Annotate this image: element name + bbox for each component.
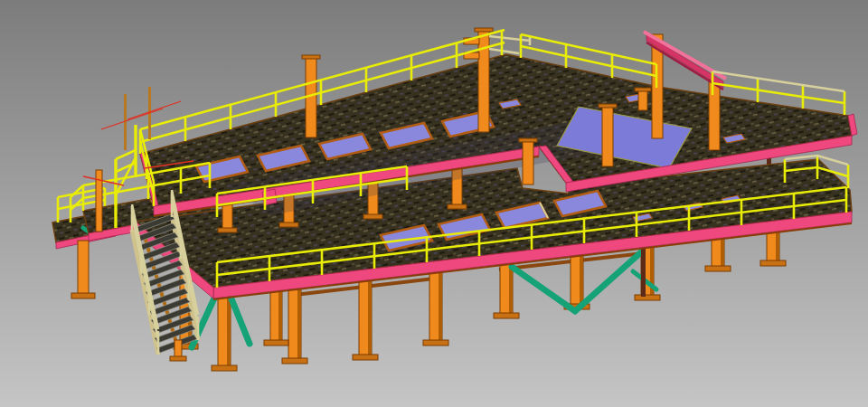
stair-base-post[interactable]	[175, 340, 182, 358]
monorail-post[interactable]	[709, 80, 720, 150]
model-canvas[interactable]: 3D structural steel model viewport Isome…	[0, 0, 868, 407]
cad-viewport[interactable]: 3D structural steel model viewport Isome…	[0, 0, 868, 407]
